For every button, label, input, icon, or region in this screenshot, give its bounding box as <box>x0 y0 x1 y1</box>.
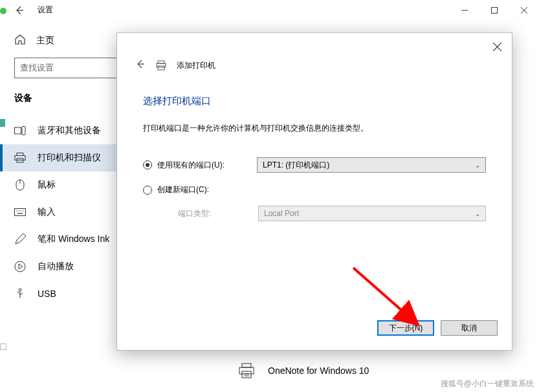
back-button[interactable] <box>6 0 32 21</box>
dialog-header: 添加打印机 <box>117 33 512 72</box>
dialog-description: 打印机端口是一种允许你的计算机与打印机交换信息的连接类型。 <box>143 123 486 134</box>
printer-list-item[interactable]: OneNote for Windows 10 <box>238 362 369 379</box>
svg-rect-5 <box>22 127 25 135</box>
search-placeholder: 查找设置 <box>20 62 54 74</box>
radio-icon <box>143 160 152 169</box>
svg-rect-20 <box>242 364 251 367</box>
radio-icon <box>143 186 152 195</box>
dialog-close-button[interactable] <box>493 42 501 54</box>
edge-artifact <box>0 8 6 14</box>
svg-point-17 <box>15 261 25 272</box>
sidebar-item-label: USB <box>38 289 56 299</box>
svg-point-13 <box>18 210 19 211</box>
home-label: 主页 <box>36 35 54 47</box>
mouse-icon <box>14 179 26 191</box>
home-icon <box>14 34 26 47</box>
sidebar-item-label: 自动播放 <box>38 261 74 272</box>
port-type-label: 端口类型: <box>178 208 258 219</box>
svg-point-12 <box>16 210 17 211</box>
dialog-header-title: 添加打印机 <box>177 60 215 71</box>
svg-rect-21 <box>239 367 254 374</box>
svg-rect-4 <box>15 127 21 134</box>
usb-icon <box>14 288 26 299</box>
window-title: 设置 <box>38 5 53 16</box>
sidebar-item-label: 输入 <box>38 206 56 218</box>
dialog-title: 选择打印机端口 <box>143 95 486 107</box>
dialog-back-button[interactable] <box>135 59 146 72</box>
minimize-button[interactable] <box>450 0 479 21</box>
watermark: 搜狐号@小白一键重装系统 <box>441 378 534 389</box>
sidebar-item-label: 鼠标 <box>38 179 56 191</box>
svg-point-14 <box>20 210 21 211</box>
maximize-button[interactable] <box>479 0 509 21</box>
chevron-down-icon: ⌄ <box>475 162 480 169</box>
radio-label: 使用现有的端口(U): <box>157 160 225 171</box>
radio-create-new[interactable]: 创建新端口(C): <box>143 184 257 195</box>
keyboard-icon <box>14 206 26 218</box>
dropdown-value: LPT1: (打印机端口) <box>263 160 329 171</box>
sidebar-item-label: 蓝牙和其他设备 <box>38 125 101 136</box>
svg-rect-27 <box>158 61 164 63</box>
port-dropdown[interactable]: LPT1: (打印机端口) ⌄ <box>257 157 486 173</box>
svg-rect-6 <box>17 153 23 156</box>
cancel-button[interactable]: 取消 <box>441 320 498 336</box>
button-label: 下一步(N) <box>389 323 423 334</box>
dropdown-value: Local Port <box>264 209 299 218</box>
next-button[interactable]: 下一步(N) <box>377 320 434 336</box>
sidebar-item-label: 笔和 Windows Ink <box>38 234 109 245</box>
autoplay-icon <box>14 261 26 272</box>
sidebar-item-label: 打印机和扫描仪 <box>38 152 101 164</box>
add-printer-dialog: 添加打印机 选择打印机端口 打印机端口是一种允许你的计算机与打印机交换信息的连接… <box>116 32 512 351</box>
svg-point-18 <box>19 289 21 291</box>
svg-rect-7 <box>15 156 25 160</box>
printer-icon <box>156 60 166 71</box>
close-button[interactable] <box>509 0 539 21</box>
printer-name: OneNote for Windows 10 <box>268 365 369 376</box>
svg-point-15 <box>22 210 23 211</box>
svg-rect-1 <box>492 7 498 13</box>
devices-icon <box>14 125 26 136</box>
pen-icon <box>14 234 26 245</box>
svg-rect-29 <box>158 66 164 70</box>
chevron-down-icon: ⌄ <box>475 210 480 217</box>
window-titlebar: 设置 <box>0 0 539 21</box>
arrow-left-icon <box>14 5 25 16</box>
radio-label: 创建新端口(C): <box>157 184 209 195</box>
svg-rect-22 <box>242 371 251 378</box>
printer-icon <box>14 152 26 164</box>
radio-use-existing[interactable]: 使用现有的端口(U): <box>143 160 257 171</box>
button-label: 取消 <box>461 323 477 334</box>
port-type-dropdown: Local Port ⌄ <box>258 206 486 221</box>
svg-rect-11 <box>15 209 26 216</box>
printer-icon <box>238 362 255 379</box>
